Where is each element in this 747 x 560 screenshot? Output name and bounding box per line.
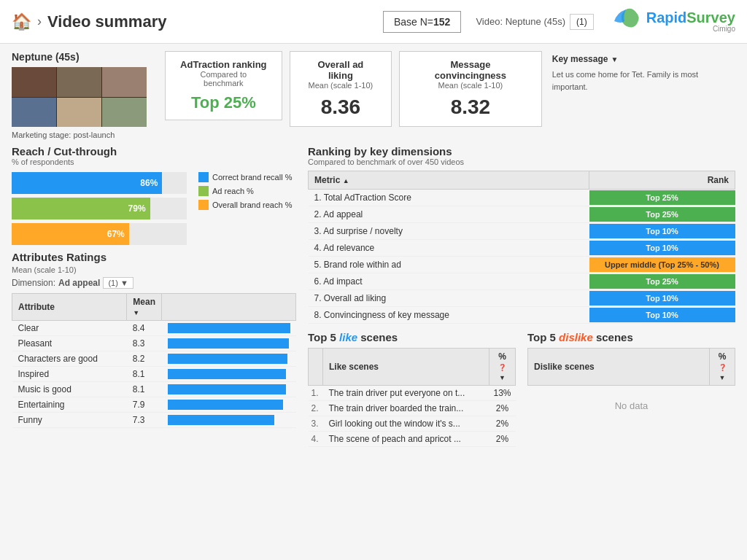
bar-row-2: 79% [12,198,187,219]
ranking-rank: Top 25% [589,273,735,290]
like-scenes-title: Top 5 like scenes [308,331,516,343]
attr-name: Clear [12,321,127,336]
ranking-table-row: 1. Total AdTraction Score Top 25% [309,190,735,206]
like-scene-num: 1. [309,386,323,401]
key-message-title[interactable]: Key message ▼ [552,54,732,64]
attr-table-row: Inspired 8.1 [12,367,296,382]
like-scene-row: 3. Girl looking out the window it's s...… [309,416,516,432]
ranking-title: Ranking by key dimensions [308,145,735,158]
ranking-rank: Top 25% [589,206,735,223]
adtraction-card: AdTraction ranking Compared to benchmark… [165,51,282,120]
no-data-cell: No data [528,386,735,427]
base-badge: Base N=152 [383,11,461,33]
like-col-scene: Like scenes [323,349,489,386]
ranking-table-row: 7. Overall ad liking Top 10% [309,290,735,307]
ranking-metric: 4. Ad relevance [309,240,589,257]
attr-mean: 8.3 [127,336,162,351]
ranking-sub: Compared to benchmark of over 450 videos [308,158,735,166]
convincingness-card: Message convincingness Mean (scale 1-10)… [399,51,542,127]
base-value: 152 [433,16,450,28]
dislike-scenes-table: Dislike scenes % ❓ ▼ No data [527,348,735,426]
ranking-table-row: 5. Brand role within ad Upper middle (To… [309,257,735,273]
like-scene-num: 3. [309,416,323,432]
logo-sub: Cimigo [646,25,735,33]
ranking-col-metric[interactable]: Metric ▲ [309,171,589,190]
like-col-num [309,349,323,386]
ranking-section: Ranking by key dimensions Compared to be… [308,145,735,324]
bar-row-3: 67% [12,223,187,245]
like-scene-pct: 2% [489,401,515,416]
ranking-table-row: 6. Ad impact Top 25% [309,273,735,290]
ranking-metric: 8. Convincingness of key message [309,307,589,324]
like-scene-row: 1. The train driver put everyone on t...… [309,386,516,401]
ranking-rank: Upper middle (Top 25% - 50%) [589,257,735,273]
attr-col-attribute[interactable]: Attribute [12,294,127,321]
like-scene-text: The scene of peach and apricot ... [323,432,489,447]
convincingness-title: Message convincingness [414,59,527,81]
like-col-pct: % ❓ ▼ [489,349,515,386]
attr-col-mean[interactable]: Mean ▼ [127,294,162,321]
attributes-title: Attributes Ratings [12,251,107,263]
ranking-table-row: 4. Ad relevance Top 10% [309,240,735,257]
legend-item-2: Ad reach % [198,186,292,196]
ranking-metric: 5. Brand role within ad [309,257,589,273]
like-scene-text: The train driver put everyone on t... [323,386,489,401]
attr-bar-cell [162,397,296,413]
ranking-table-row: 8. Convincingness of key message Top 10% [309,307,735,324]
ranking-metric: 6. Ad impact [309,273,589,290]
dislike-col-pct: % ❓ ▼ [710,349,735,386]
logo-text: RapidSurvey [646,10,735,25]
reach-title: Reach / Cut-through [12,145,296,158]
adtraction-title: AdTraction ranking [180,59,267,70]
like-scene-text: The train driver boarded the train... [323,401,489,416]
dislike-scenes-title: Top 5 dislike scenes [527,331,735,343]
key-message-card: Key message ▼ Let us come home for Tet. … [549,51,735,96]
ranking-metric: 1. Total AdTraction Score [309,190,589,206]
top-section: Neptune (45s) Marketing stage: post-laun… [12,51,735,139]
like-scene-row: 4. The scene of peach and apricot ... 2% [309,432,516,447]
liking-title: Overall ad liking [305,59,376,81]
liking-value: 8.36 [305,96,376,119]
attr-name: Funny [12,413,127,428]
like-scene-row: 2. The train driver boarded the train...… [309,401,516,416]
ranking-metric: 7. Overall ad liking [309,290,589,307]
reach-chart-area: 86% 79% 67% Correct brand recall % [12,172,296,245]
attr-bar-cell [162,413,296,428]
attr-name: Pleasant [12,336,127,351]
ranking-col-rank: Rank [589,171,735,190]
attr-table-row: Clear 8.4 [12,321,296,336]
convincingness-value: 8.32 [414,96,527,119]
attr-mean: 7.9 [127,397,162,413]
dislike-scenes-panel: Top 5 dislike scenes Dislike scenes % ❓ … [527,331,735,447]
like-scene-num: 4. [309,432,323,447]
liking-sub: Mean (scale 1-10) [305,81,376,90]
reach-section: Reach / Cut-through % of respondents 86%… [12,145,296,245]
attr-bar-cell [162,367,296,382]
attributes-section: Attributes Ratings Mean (scale 1-10) Dim… [12,251,296,428]
attributes-sub: Mean (scale 1-10) [12,265,296,274]
like-scene-pct: 13% [489,386,515,401]
middle-section: Reach / Cut-through % of respondents 86%… [12,145,735,553]
dimension-selector[interactable]: (1) ▼ [103,277,133,289]
attr-table-row: Entertaining 7.9 [12,397,296,413]
adtraction-sub: Compared to benchmark [180,70,267,88]
attr-table-row: Funny 7.3 [12,413,296,428]
marketing-stage: Marketing stage: post-launch [12,131,158,139]
home-icon[interactable]: 🏠 [12,12,31,31]
attributes-table: Attribute Mean ▼ Clear 8.4 Pleasant 8.3 … [12,293,296,428]
convincingness-sub: Mean (scale 1-10) [414,81,527,90]
ranking-rank: Top 10% [589,223,735,240]
video-card-title: Neptune (45s) [12,51,158,63]
attr-bar-cell [162,336,296,351]
video-num-selector[interactable]: (1) [570,14,594,30]
like-scene-pct: 2% [489,416,515,432]
attr-table-row: Music is good 8.1 [12,382,296,397]
attr-col-bar [162,294,296,321]
video-thumbnail [12,67,147,127]
like-scene-text: Girl looking out the window it's s... [323,416,489,432]
attr-name: Entertaining [12,397,127,413]
ranking-table-row: 3. Ad surprise / novelty Top 10% [309,223,735,240]
ranking-table-row: 2. Ad appeal Top 25% [309,206,735,223]
right-panel: Ranking by key dimensions Compared to be… [308,145,735,553]
attr-mean: 8.2 [127,351,162,367]
